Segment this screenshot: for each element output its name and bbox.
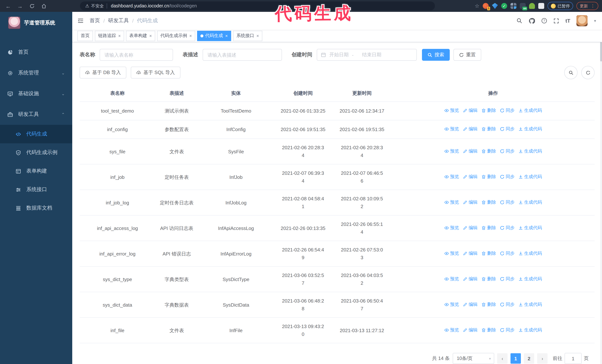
next-page-button[interactable]: ›	[537, 353, 548, 364]
tab-3[interactable]: 代码生成示例×	[157, 31, 195, 41]
search-button[interactable]: 搜索	[422, 49, 450, 61]
action-edit-link[interactable]: 编辑	[463, 275, 478, 283]
browser-home-icon[interactable]	[39, 1, 48, 10]
create-time-range-picker[interactable]: 开始日期 - 结束日期	[317, 49, 417, 61]
font-size-icon[interactable]: tT	[566, 18, 570, 24]
import-sql-button[interactable]: 基于 SQL 导入	[131, 67, 181, 79]
action-edit-link[interactable]: 编辑	[463, 326, 478, 334]
close-icon[interactable]: ×	[225, 33, 228, 38]
action-download-link[interactable]: 生成代码	[518, 198, 542, 206]
browser-update-button[interactable]: 更新 ⋮	[576, 2, 598, 10]
action-delete-link[interactable]: 删除	[481, 326, 496, 334]
action-eye-link[interactable]: 预览	[444, 250, 459, 257]
browser-forward-icon[interactable]: →	[16, 1, 24, 10]
extension-check-icon[interactable]: ✓	[501, 3, 507, 9]
extension-grid-icon[interactable]	[510, 3, 516, 9]
action-eye-link[interactable]: 预览	[444, 326, 459, 334]
action-sync-link[interactable]: 同步	[500, 107, 515, 114]
scrollbar[interactable]	[600, 12, 602, 364]
sidebar-item-0[interactable]: 首页	[0, 42, 72, 62]
action-eye-link[interactable]: 预览	[444, 198, 459, 206]
action-download-link[interactable]: 生成代码	[518, 224, 542, 232]
browser-back-icon[interactable]: ←	[4, 1, 13, 10]
tab-5[interactable]: 系统接口×	[233, 31, 262, 41]
action-eye-link[interactable]: 预览	[444, 147, 459, 155]
action-download-link[interactable]: 生成代码	[518, 147, 542, 155]
action-eye-link[interactable]: 预览	[444, 275, 459, 283]
action-download-link[interactable]: 生成代码	[518, 107, 542, 114]
import-db-button[interactable]: 基于 DB 导入	[80, 67, 127, 79]
address-bar[interactable]: ⚠ 不安全 dashboard.yudao.iocoder.cn/tool/co…	[80, 1, 435, 10]
extension-dark-icon[interactable]: on	[520, 3, 526, 9]
breadcrumb-home[interactable]: 首页	[90, 17, 100, 24]
action-sync-link[interactable]: 同步	[500, 125, 515, 133]
action-edit-link[interactable]: 编辑	[463, 107, 478, 114]
user-avatar[interactable]	[577, 15, 588, 26]
fullscreen-icon[interactable]	[554, 18, 559, 23]
extension-gem-icon[interactable]	[492, 3, 498, 9]
action-sync-link[interactable]: 同步	[500, 275, 515, 283]
action-edit-link[interactable]: 编辑	[463, 224, 478, 232]
table-desc-input[interactable]	[203, 49, 282, 61]
page-button-1[interactable]: 1	[510, 353, 521, 364]
action-eye-link[interactable]: 预览	[444, 107, 459, 114]
extension-android-icon[interactable]	[529, 3, 535, 9]
table-name-input[interactable]	[100, 49, 173, 61]
action-delete-link[interactable]: 删除	[481, 198, 496, 206]
action-sync-link[interactable]: 同步	[500, 198, 515, 206]
sidebar-logo-row[interactable]: 芋道管理系统	[0, 12, 72, 34]
action-download-link[interactable]: 生成代码	[518, 326, 542, 334]
action-edit-link[interactable]: 编辑	[463, 125, 478, 133]
github-icon[interactable]	[529, 18, 535, 24]
action-eye-link[interactable]: 预览	[444, 301, 459, 308]
extension-puzzle-icon[interactable]	[538, 3, 544, 9]
action-edit-link[interactable]: 编辑	[463, 147, 478, 155]
action-sync-link[interactable]: 同步	[500, 147, 515, 155]
action-download-link[interactable]: 生成代码	[518, 250, 542, 257]
browser-reload-icon[interactable]	[27, 1, 36, 10]
breadcrumb-devtools[interactable]: 研发工具	[108, 17, 129, 24]
action-delete-link[interactable]: 删除	[481, 275, 496, 283]
extension-orange-icon[interactable]: 1	[483, 3, 489, 9]
action-edit-link[interactable]: 编辑	[463, 173, 478, 180]
close-icon[interactable]: ×	[189, 33, 192, 38]
sidebar-item-8[interactable]: 数据库文档	[0, 199, 72, 217]
tab-2[interactable]: 表单构建×	[126, 31, 155, 41]
action-sync-link[interactable]: 同步	[500, 301, 515, 308]
sidebar-item-7[interactable]: 系统接口	[0, 180, 72, 199]
refresh-table-button[interactable]	[581, 66, 595, 79]
close-icon[interactable]: ×	[256, 33, 259, 38]
action-edit-link[interactable]: 编辑	[463, 198, 478, 206]
reset-button[interactable]: 重置	[453, 49, 481, 61]
sidebar-item-1[interactable]: 系统管理⌄	[0, 62, 72, 83]
action-delete-link[interactable]: 删除	[481, 107, 496, 114]
action-delete-link[interactable]: 删除	[481, 173, 496, 180]
kebab-menu-icon[interactable]: ⋮	[591, 3, 595, 9]
action-sync-link[interactable]: 同步	[500, 250, 515, 257]
tab-4[interactable]: 代码生成×	[197, 31, 231, 41]
action-eye-link[interactable]: 预览	[444, 173, 459, 180]
sidebar-item-5[interactable]: 代码生成示例	[0, 143, 72, 162]
action-sync-link[interactable]: 同步	[500, 173, 515, 180]
action-eye-link[interactable]: 预览	[444, 125, 459, 133]
sidebar-item-4[interactable]: 代码生成	[0, 125, 72, 143]
goto-page-input[interactable]	[565, 353, 582, 364]
profile-paused-pill[interactable]: 已暂停	[548, 2, 573, 10]
action-delete-link[interactable]: 删除	[481, 250, 496, 257]
action-edit-link[interactable]: 编辑	[463, 301, 478, 308]
close-icon[interactable]: ×	[118, 33, 121, 38]
close-icon[interactable]: ×	[149, 33, 152, 38]
prev-page-button[interactable]: ‹	[497, 353, 507, 364]
action-edit-link[interactable]: 编辑	[463, 250, 478, 257]
toggle-search-button[interactable]	[564, 66, 578, 79]
action-eye-link[interactable]: 预览	[444, 224, 459, 232]
action-download-link[interactable]: 生成代码	[518, 125, 542, 133]
caret-down-icon[interactable]: ▾	[594, 18, 596, 23]
bookmark-star-icon[interactable]: ☆	[475, 3, 479, 9]
sidebar-item-3[interactable]: 研发工具⌃	[0, 104, 72, 125]
sidebar-item-2[interactable]: 基础设施⌄	[0, 83, 72, 104]
action-delete-link[interactable]: 删除	[481, 147, 496, 155]
action-download-link[interactable]: 生成代码	[518, 173, 542, 180]
action-download-link[interactable]: 生成代码	[518, 275, 542, 283]
action-delete-link[interactable]: 删除	[481, 125, 496, 133]
